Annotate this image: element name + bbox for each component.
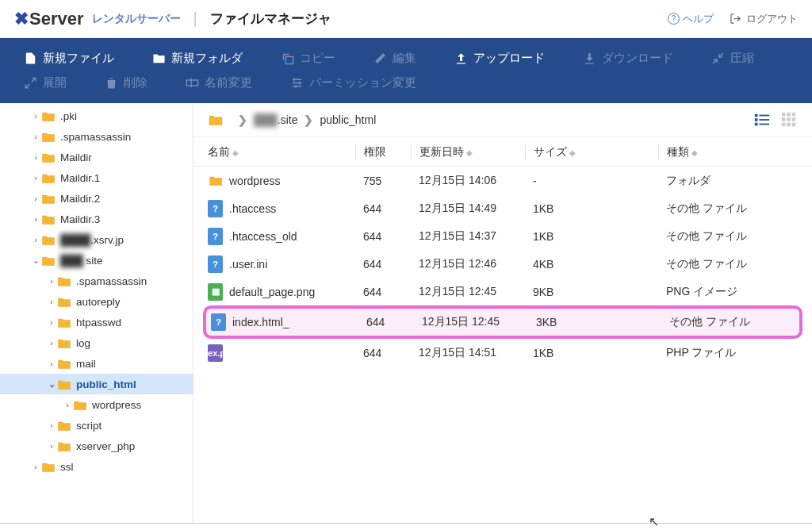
file-date: 12月15日 12:45 <box>411 285 525 299</box>
file-row[interactable]: wordpress 755 12月15日 14:06 - フォルダ <box>203 167 802 194</box>
file-size: 1KB <box>525 230 658 243</box>
tree-label: .spamassassin <box>76 275 147 287</box>
download-icon <box>583 52 596 65</box>
tree-label: .pki <box>60 110 77 122</box>
grid-view-button[interactable] <box>780 111 798 129</box>
tree-item-ssl[interactable]: ›ssl <box>0 456 193 477</box>
file-row[interactable]: ?index.html_ 644 12月15日 12:45 3KB その他 ファ… <box>203 305 802 339</box>
file-row[interactable]: ?.htaccess_old 644 12月15日 14:37 1KB その他 … <box>203 222 802 250</box>
caret-icon: › <box>46 317 57 327</box>
home-folder-icon[interactable] <box>208 113 224 126</box>
file-type-icon: ? <box>211 313 226 331</box>
file-name: wordpress <box>229 175 281 187</box>
folder-icon <box>57 296 71 308</box>
file-type: PHP ファイル <box>658 346 798 360</box>
file-row[interactable]: index.php 644 12月15日 14:51 1KB PHP ファイル <box>203 339 802 367</box>
col-header-type[interactable]: 種類◆ <box>658 145 798 159</box>
tree-item-Maildir1[interactable]: ›Maildir.1 <box>0 167 193 188</box>
brand-subtitle: レンタルサーバー <box>92 12 181 26</box>
tree-label: xserver_php <box>76 440 135 452</box>
svg-rect-2 <box>755 114 758 117</box>
compress-icon <box>711 52 725 65</box>
caret-icon: › <box>46 297 57 306</box>
file-row[interactable]: ▦default_page.png 644 12月15日 12:45 9KB P… <box>203 278 802 305</box>
svg-rect-1 <box>186 80 197 86</box>
tree-item-log[interactable]: ›log <box>0 332 193 353</box>
file-table-header: 名前◆ 権限 更新日時◆ サイズ◆ 種類◆ <box>193 137 812 167</box>
ops-log-bar[interactable]: ◷ 操作ログ ︿ <box>0 524 812 530</box>
file-size: 1KB <box>525 202 658 215</box>
tree-item-Maildir[interactable]: ›Maildir <box>0 147 193 167</box>
tree-label: ███ site <box>60 255 102 267</box>
col-header-date[interactable]: 更新日時◆ <box>411 145 525 159</box>
breadcrumb-item[interactable]: public_html <box>320 113 376 126</box>
breadcrumb-item[interactable]: ███.site <box>254 113 297 126</box>
file-type: その他 ファイル <box>661 315 795 329</box>
file-type-icon: index.php <box>208 344 223 362</box>
folder-icon <box>41 234 56 246</box>
help-link[interactable]: ?ヘルプ <box>668 12 714 26</box>
toolbar-folder-plus-button[interactable]: 新規フォルダ <box>152 51 243 66</box>
copy-icon <box>281 52 294 65</box>
caret-icon: › <box>30 214 41 224</box>
col-header-size[interactable]: サイズ◆ <box>525 145 658 159</box>
file-date: 12月15日 12:45 <box>414 315 528 329</box>
caret-icon: › <box>30 111 41 121</box>
tree-item-site[interactable]: ⌄███ site <box>0 250 193 271</box>
file-perm: 644 <box>355 347 411 359</box>
folder-icon <box>41 172 56 184</box>
svg-rect-7 <box>759 124 769 125</box>
caret-icon: › <box>46 338 57 348</box>
tree-item-script[interactable]: ›script <box>0 415 193 436</box>
tree-label: Maildir.3 <box>60 213 100 225</box>
tree-item-Maildir2[interactable]: ›Maildir.2 <box>0 188 193 209</box>
tree-item-publichtml[interactable]: ⌄public_html <box>0 374 193 394</box>
toolbar-file-plus-button[interactable]: 新規ファイル <box>24 51 114 66</box>
list-view-button[interactable] <box>753 111 771 129</box>
tree-label: autoreply <box>76 296 121 308</box>
logout-link[interactable]: ログアウト <box>730 12 798 26</box>
tree-label: mail <box>76 358 96 370</box>
folder-icon <box>57 275 71 287</box>
toolbar-upload-button[interactable]: アップロード <box>454 51 545 66</box>
file-name: .htaccess <box>229 202 276 215</box>
tree-item-htpasswd[interactable]: ›htpasswd <box>0 312 193 332</box>
folder-tree-sidebar: ›.pki›.spamassassin›Maildir›Maildir.1›Ma… <box>0 103 193 523</box>
tree-label: Maildir.2 <box>60 193 100 205</box>
file-perm: 644 <box>355 258 411 271</box>
file-row[interactable]: ?.htaccess 644 12月15日 14:49 1KB その他 ファイル <box>203 194 802 222</box>
tree-item-Maildir3[interactable]: ›Maildir.3 <box>0 209 193 229</box>
caret-icon: › <box>46 441 57 451</box>
expand-icon <box>24 76 37 90</box>
caret-icon: › <box>46 421 57 430</box>
tree-item-spamassassin[interactable]: ›.spamassassin <box>0 126 193 147</box>
svg-rect-9 <box>787 113 791 117</box>
file-name: .user.ini <box>229 258 267 271</box>
file-size: 1KB <box>525 347 658 359</box>
tree-item-xserverphp[interactable]: ›xserver_php <box>0 436 193 456</box>
folder-icon <box>41 152 56 163</box>
tree-item-xsrvjp[interactable]: ›████.xsrv.jp <box>0 229 193 250</box>
file-type: その他 ファイル <box>658 229 798 244</box>
folder-icon <box>41 213 56 225</box>
caret-icon: › <box>30 152 41 162</box>
file-plus-icon <box>24 52 37 65</box>
file-perm: 755 <box>355 175 411 187</box>
file-table-body: wordpress 755 12月15日 14:06 - フォルダ?.htacc… <box>193 167 812 367</box>
col-header-perm[interactable]: 権限 <box>355 145 411 159</box>
col-header-name[interactable]: 名前◆ <box>208 145 355 159</box>
file-row[interactable]: ?.user.ini 644 12月15日 12:46 4KB その他 ファイル <box>203 250 802 278</box>
tree-item-spamassassin[interactable]: ›.spamassassin <box>0 271 193 291</box>
file-date: 12月15日 14:06 <box>411 174 525 188</box>
caret-icon: › <box>30 194 41 203</box>
caret-icon: › <box>30 173 41 182</box>
tree-item-autoreply[interactable]: ›autoreply <box>0 291 193 312</box>
tree-item-pki[interactable]: ›.pki <box>0 106 193 126</box>
tree-item-mail[interactable]: ›mail <box>0 353 193 374</box>
toolbar-download-button: ダウンロード <box>583 51 673 66</box>
tree-label: public_html <box>76 378 136 390</box>
main-panel: ❯███.site❯public_html 名前◆ 権限 更新日時◆ サイズ◆ … <box>193 103 812 523</box>
brand-x-icon: ✖Server <box>14 9 84 29</box>
caret-icon: › <box>30 235 41 244</box>
tree-item-wordpress[interactable]: ›wordpress <box>0 394 193 415</box>
